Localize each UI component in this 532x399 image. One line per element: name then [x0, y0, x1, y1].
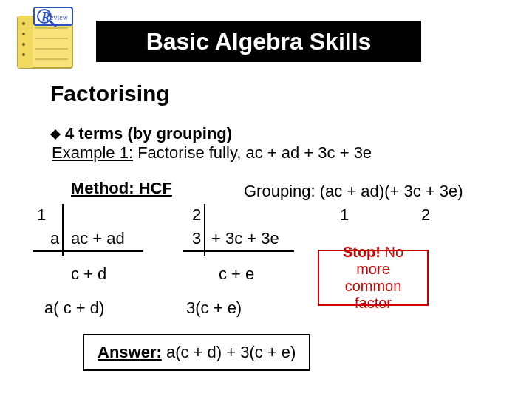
stop-callout: Stop! No more common factor: [318, 250, 429, 306]
answer-label: Answer:: [98, 343, 162, 361]
group2-result: 3(c + e): [186, 299, 242, 318]
bullet-icon: [50, 129, 61, 140]
svg-point-2: [22, 22, 25, 25]
grouping-text: Grouping: (ac + ad)(+ 3c + 3e): [244, 182, 463, 201]
review-icon: R eview: [13, 6, 80, 72]
group-label-2-left: 2: [192, 205, 201, 225]
hcf-factor-3: 3: [192, 229, 201, 248]
svg-point-3: [22, 33, 25, 35]
answer-expression: a(c + d) + 3(c + e): [162, 343, 296, 361]
example-expression: Factorise fully, ac + ad + 3c + 3e: [133, 143, 372, 162]
stop-label: Stop!: [343, 244, 381, 260]
svg-point-5: [22, 53, 25, 56]
group-label-1-right: 1: [340, 205, 349, 225]
svg-point-4: [22, 43, 25, 46]
section-heading: Factorising: [50, 81, 170, 106]
page-title: Basic Algebra Skills: [96, 21, 421, 62]
svg-rect-1: [18, 16, 33, 68]
answer-box: Answer: a(c + d) + 3(c + e): [83, 334, 310, 371]
hcf-factor-a: a: [50, 229, 59, 248]
group1-quotient: c + d: [71, 265, 106, 284]
divider-horizontal-1: [33, 250, 143, 252]
method-label: Method: HCF: [71, 179, 172, 198]
divider-vertical-1: [62, 204, 64, 256]
example-label: Example 1:: [52, 143, 133, 162]
group1-result: a( c + d): [44, 299, 104, 318]
group-label-1-left: 1: [37, 205, 46, 225]
group1-terms: ac + ad: [71, 229, 125, 248]
group2-terms: + 3c + 3e: [211, 229, 279, 248]
group2-quotient: c + e: [219, 265, 254, 284]
group-label-2-right: 2: [421, 205, 430, 225]
divider-horizontal-2: [183, 250, 294, 252]
example-heading: 4 terms (by grouping) Example 1: Factori…: [52, 124, 466, 163]
svg-text:eview: eview: [50, 13, 69, 21]
divider-vertical-2: [204, 204, 205, 256]
bullet-text: 4 terms (by grouping): [65, 124, 232, 143]
